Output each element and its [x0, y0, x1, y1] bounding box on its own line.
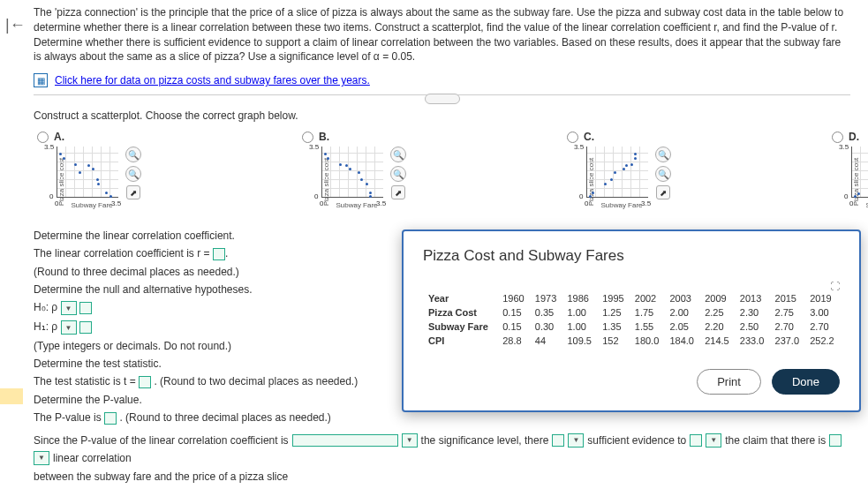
- radio-d[interactable]: [832, 132, 843, 143]
- option-c[interactable]: C. Pizza slice cost 3.5 0 0 3.5 Subway F…: [567, 131, 673, 217]
- zoom-in-icon[interactable]: 🔍: [125, 147, 141, 162]
- option-a-label: A.: [54, 131, 64, 143]
- data-link[interactable]: Click here for data on pizza costs and s…: [55, 74, 370, 87]
- data-popup: ↖ Pizza Cost and Subway Fares ⛶ Year1960…: [402, 229, 861, 412]
- option-a[interactable]: A. Pizza slice cost 3.5 0 0 3.5 Subway F…: [37, 131, 143, 217]
- popup-title: Pizza Cost and Subway Fares: [423, 247, 840, 265]
- t-input[interactable]: [139, 376, 151, 388]
- fullscreen-icon[interactable]: ⛶: [830, 281, 840, 291]
- popout-icon[interactable]: ⬈: [656, 185, 670, 199]
- option-b[interactable]: B. Pizza slice cost 3.5 0 0 3.5 Subway F…: [302, 131, 408, 217]
- isnot-dd-icon[interactable]: ▼: [568, 433, 584, 448]
- answer-options: A. Pizza slice cost 3.5 0 0 3.5 Subway F…: [37, 131, 850, 217]
- claim-dd-icon[interactable]: ▼: [34, 451, 49, 465]
- table-icon: ▦: [34, 73, 48, 87]
- chart-a: Pizza slice cost 3.5 0 0 3.5 Subway Fare…: [37, 147, 143, 217]
- option-c-label: C.: [584, 131, 594, 143]
- radio-c[interactable]: [567, 132, 578, 143]
- conclusion-cont: between the subway fare and the price of…: [34, 470, 850, 483]
- compare-dd-icon[interactable]: ▼: [402, 433, 418, 448]
- popout-icon[interactable]: ⬈: [391, 185, 405, 199]
- support-dropdown[interactable]: [690, 434, 702, 447]
- h1-op-dropdown[interactable]: ▼: [61, 320, 77, 335]
- expand-handle[interactable]: [425, 94, 460, 104]
- h1-value-input[interactable]: [79, 321, 92, 334]
- conclusion-sentence: Since the P-value of the linear correlat…: [34, 433, 850, 465]
- popout-icon[interactable]: ⬈: [126, 185, 140, 199]
- compare-dropdown[interactable]: [292, 434, 398, 447]
- scatter-prompt: Construct a scatterplot. Choose the corr…: [34, 109, 850, 122]
- radio-b[interactable]: [302, 132, 313, 143]
- claim-dropdown[interactable]: [829, 434, 842, 447]
- table-row: Subway Fare0.150.301.001.351.552.052.202…: [423, 320, 840, 334]
- done-button[interactable]: Done: [772, 369, 840, 395]
- h0-op-dropdown[interactable]: ▼: [61, 301, 77, 315]
- table-row: Year196019731986199520022003200920132015…: [423, 291, 840, 305]
- h0-value-input[interactable]: [79, 302, 92, 314]
- back-icon[interactable]: |←: [5, 16, 26, 34]
- chart-c: Pizza slice cost 3.5 0 0 3.5 Subway Fare…: [567, 147, 673, 217]
- support-dd-icon[interactable]: ▼: [706, 433, 721, 448]
- p-input[interactable]: [104, 412, 117, 425]
- table-row: CPI28.844109.5152180.0184.0214.5233.0237…: [423, 334, 840, 348]
- zoom-out-icon[interactable]: 🔍: [125, 166, 141, 182]
- print-button[interactable]: Print: [697, 369, 761, 395]
- chart-b: Pizza slice cost 3.5 0 0 3.5 Subway Fare…: [302, 147, 408, 217]
- row-highlight: [0, 388, 23, 404]
- r-input[interactable]: [213, 248, 225, 260]
- zoom-in-icon[interactable]: 🔍: [390, 147, 406, 162]
- zoom-out-icon[interactable]: 🔍: [390, 166, 406, 182]
- option-d-label: D.: [849, 131, 859, 143]
- pval-line: The P-value is . (Round to three decimal…: [34, 411, 850, 425]
- chart-d: Pizza slice cost 3.5 0 0 3.5 Subway Fare…: [832, 147, 868, 217]
- radio-a[interactable]: [37, 132, 49, 143]
- data-table: Year196019731986199520022003200920132015…: [423, 291, 840, 348]
- isnot-dropdown[interactable]: [552, 434, 564, 447]
- zoom-out-icon[interactable]: 🔍: [655, 166, 671, 182]
- table-row: Pizza Cost0.150.351.001.251.752.002.252.…: [423, 305, 840, 320]
- problem-statement: The 'pizza connection' is the principle …: [34, 5, 850, 64]
- option-d[interactable]: D. Pizza slice cost 3.5 0 0 3.5 Subway F…: [832, 131, 868, 217]
- option-b-label: B.: [319, 131, 329, 143]
- zoom-in-icon[interactable]: 🔍: [655, 147, 671, 162]
